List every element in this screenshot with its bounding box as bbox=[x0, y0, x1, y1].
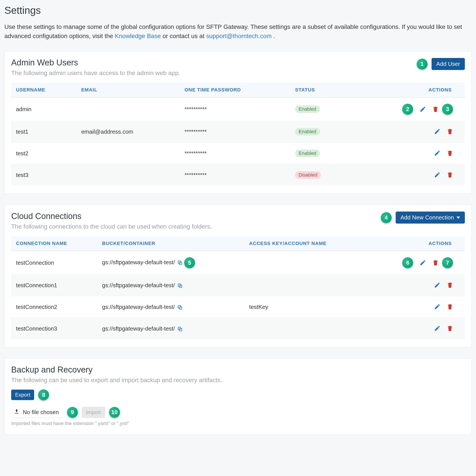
edit-icon[interactable] bbox=[419, 105, 427, 114]
edit-icon[interactable] bbox=[433, 127, 442, 136]
page-description: Use these settings to manage some of the… bbox=[4, 22, 472, 41]
annotation-marker-9: 9 bbox=[67, 407, 78, 418]
col-actions: ACTIONS bbox=[367, 236, 465, 251]
cloud-panel-subtitle: The following connections to the cloud c… bbox=[11, 223, 212, 230]
bucket-text: gs://sftpgateway-default-test/ bbox=[102, 259, 175, 266]
desc-text-mid: or contact us at bbox=[163, 33, 206, 39]
delete-icon[interactable] bbox=[446, 281, 454, 289]
cell-access-key: testKey bbox=[244, 296, 367, 318]
cell-otp: ********** bbox=[180, 164, 290, 186]
table-row: test3**********Disabled bbox=[11, 164, 465, 186]
add-connection-label: Add New Connection bbox=[401, 214, 454, 221]
delete-icon[interactable] bbox=[446, 170, 454, 179]
admin-panel-title: Admin Web Users bbox=[11, 58, 180, 67]
annotation-marker-1: 1 bbox=[417, 59, 428, 69]
cell-actions bbox=[367, 274, 465, 296]
copy-icon[interactable] bbox=[177, 283, 183, 289]
table-row: testConnection1gs://sftpgateway-default-… bbox=[11, 274, 465, 296]
cell-access-key bbox=[244, 274, 367, 296]
cell-bucket: gs://sftpgateway-default-test/ bbox=[97, 296, 244, 318]
admin-users-panel: Admin Web Users The following admin user… bbox=[4, 51, 472, 194]
cell-otp: ********** bbox=[180, 143, 290, 164]
table-row: testConnection2gs://sftpgateway-default-… bbox=[11, 296, 465, 318]
status-badge: Enabled bbox=[295, 105, 320, 113]
annotation-marker-2: 2 bbox=[402, 104, 413, 115]
cell-actions: 67 bbox=[367, 251, 465, 274]
file-chooser-label: No file chosen bbox=[23, 409, 59, 416]
table-row: testConnectiongs://sftpgateway-default-t… bbox=[11, 251, 465, 274]
cell-connection-name: testConnection2 bbox=[11, 296, 97, 318]
cloud-connections-panel: Cloud Connections The following connecti… bbox=[4, 205, 472, 347]
delete-icon[interactable] bbox=[446, 302, 454, 311]
knowledge-base-link[interactable]: Knowledge Base bbox=[115, 33, 161, 39]
backup-recovery-panel: Backup and Recovery The following can be… bbox=[4, 358, 472, 434]
page-title: Settings bbox=[4, 4, 472, 16]
add-connection-button[interactable]: Add New Connection bbox=[396, 212, 465, 223]
col-connection-name: CONNECTION NAME bbox=[11, 236, 97, 251]
export-button[interactable]: Export bbox=[11, 390, 34, 400]
cell-bucket: gs://sftpgateway-default-test/5 bbox=[97, 251, 244, 274]
cell-access-key bbox=[244, 318, 367, 340]
delete-icon[interactable] bbox=[446, 324, 454, 333]
edit-icon[interactable] bbox=[433, 149, 442, 157]
cloud-connections-table: CONNECTION NAME BUCKET/CONTAINER ACCESS … bbox=[11, 236, 465, 339]
cell-connection-name: testConnection bbox=[11, 251, 97, 274]
backup-panel-title: Backup and Recovery bbox=[11, 365, 465, 374]
support-email-link[interactable]: support@thorntech.com bbox=[206, 33, 272, 39]
copy-icon[interactable] bbox=[177, 260, 183, 266]
delete-icon[interactable] bbox=[431, 258, 440, 267]
cell-actions bbox=[350, 164, 465, 186]
cell-otp: ********** bbox=[180, 97, 290, 121]
cell-access-key bbox=[244, 251, 367, 274]
edit-icon[interactable] bbox=[433, 324, 442, 333]
import-hint: Imported files must have the extension "… bbox=[11, 421, 465, 426]
col-bucket: BUCKET/CONTAINER bbox=[97, 236, 244, 251]
cell-bucket: gs://sftpgateway-default-test/ bbox=[97, 274, 244, 296]
delete-icon[interactable] bbox=[446, 127, 454, 136]
table-row: testConnection3gs://sftpgateway-default-… bbox=[11, 318, 465, 340]
annotation-marker-10: 10 bbox=[109, 407, 120, 418]
col-username: USERNAME bbox=[11, 83, 76, 97]
admin-users-table: USERNAME EMAIL ONE TIME PASSWORD STATUS … bbox=[11, 83, 465, 186]
edit-icon[interactable] bbox=[433, 302, 442, 311]
cell-status: Disabled bbox=[290, 164, 350, 186]
edit-icon[interactable] bbox=[433, 170, 442, 179]
import-button[interactable]: Import bbox=[82, 407, 105, 418]
status-badge: Enabled bbox=[295, 150, 320, 157]
table-row: test1email@address.com**********Enabled bbox=[11, 121, 465, 143]
cell-status: Enabled bbox=[290, 121, 350, 143]
copy-icon[interactable] bbox=[177, 326, 183, 332]
annotation-marker-7: 7 bbox=[442, 257, 453, 268]
delete-icon[interactable] bbox=[446, 149, 454, 157]
bucket-text: gs://sftpgateway-default-test/ bbox=[102, 325, 175, 332]
file-chooser[interactable]: No file chosen bbox=[11, 407, 63, 418]
add-user-button[interactable]: Add User bbox=[432, 58, 465, 70]
cloud-panel-title: Cloud Connections bbox=[11, 212, 212, 221]
cell-username: test2 bbox=[11, 143, 76, 164]
copy-icon[interactable] bbox=[177, 305, 183, 310]
cell-actions bbox=[350, 121, 465, 143]
cell-email bbox=[76, 164, 180, 186]
desc-text-after: . bbox=[274, 33, 275, 39]
status-badge: Disabled bbox=[295, 171, 321, 179]
col-email: EMAIL bbox=[76, 83, 180, 97]
annotation-marker-3: 3 bbox=[442, 104, 453, 115]
edit-icon[interactable] bbox=[433, 281, 442, 289]
cell-connection-name: testConnection3 bbox=[11, 318, 97, 340]
status-badge: Enabled bbox=[295, 128, 320, 136]
bucket-text: gs://sftpgateway-default-test/ bbox=[102, 282, 175, 289]
cell-email: email@address.com bbox=[76, 121, 180, 143]
delete-icon[interactable] bbox=[431, 105, 440, 114]
table-row: test2**********Enabled bbox=[11, 143, 465, 164]
cell-connection-name: testConnection1 bbox=[11, 274, 97, 296]
col-actions: ACTIONS bbox=[350, 83, 465, 97]
table-row: admin**********Enabled23 bbox=[11, 97, 465, 121]
cell-otp: ********** bbox=[180, 121, 290, 143]
annotation-marker-5: 5 bbox=[184, 257, 195, 268]
edit-icon[interactable] bbox=[419, 258, 427, 267]
backup-panel-subtitle: The following can be used to export and … bbox=[11, 377, 465, 384]
cell-actions: 23 bbox=[350, 97, 465, 121]
cell-username: test1 bbox=[11, 121, 76, 143]
annotation-marker-8: 8 bbox=[38, 389, 49, 400]
cell-email bbox=[76, 97, 180, 121]
